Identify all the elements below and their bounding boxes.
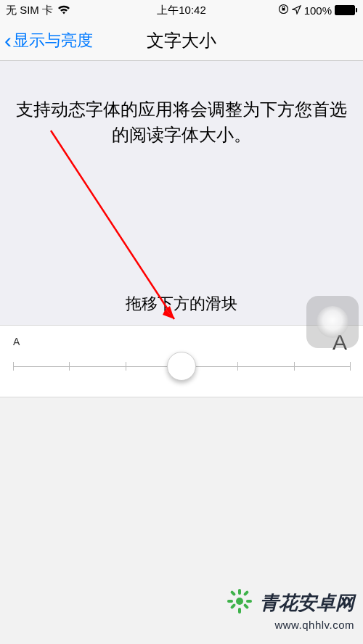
watermark-name: 青花安卓网 — [260, 590, 354, 616]
svg-rect-10 — [230, 590, 236, 596]
slider-thumb[interactable] — [167, 352, 196, 381]
svg-rect-11 — [243, 603, 249, 609]
assistive-touch-icon — [317, 306, 348, 338]
svg-rect-7 — [238, 608, 241, 614]
slider-tick — [350, 362, 351, 371]
svg-point-5 — [236, 598, 243, 605]
gear-icon — [225, 587, 254, 619]
slider-tick — [126, 362, 126, 371]
status-bar: 无 SIM 卡 上午10:42 100% — [0, 0, 363, 20]
watermark: 青花安卓网 www.qhhlv.com — [225, 587, 354, 631]
status-time: 上午10:42 — [0, 4, 363, 17]
svg-rect-12 — [243, 590, 249, 596]
svg-rect-9 — [246, 600, 252, 603]
slider-tick — [237, 362, 238, 371]
small-a-label: A — [13, 336, 20, 347]
svg-rect-13 — [230, 603, 236, 609]
description-text: 支持动态字体的应用将会调整为下方您首选的阅读字体大小。 — [0, 61, 363, 177]
battery-icon — [335, 5, 357, 15]
assistive-touch-button[interactable] — [306, 296, 359, 348]
slider-tick — [69, 362, 70, 371]
svg-rect-6 — [238, 589, 241, 595]
slider-tick — [13, 362, 14, 371]
svg-rect-8 — [227, 600, 233, 603]
page-title: 文字大小 — [0, 29, 363, 52]
content-area: 支持动态字体的应用将会调整为下方您首选的阅读字体大小。 拖移下方的滑块 A A — [0, 61, 363, 397]
watermark-url: www.qhhlv.com — [225, 619, 354, 631]
slider-tick — [294, 362, 295, 371]
nav-bar: ‹ 显示与亮度 文字大小 — [0, 20, 363, 61]
